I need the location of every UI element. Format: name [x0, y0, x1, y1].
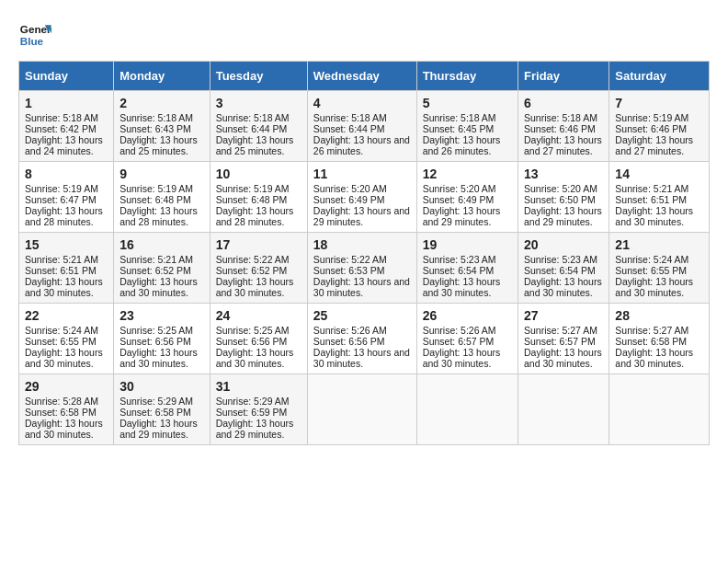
daylight: Daylight: 13 hours and 30 minutes. — [25, 276, 103, 298]
daylight: Daylight: 13 hours and 30 minutes. — [119, 347, 198, 369]
sunrise: Sunrise: 5:26 AM — [313, 325, 387, 336]
column-header-friday: Friday — [518, 62, 609, 91]
day-number: 27 — [524, 308, 603, 323]
sunset: Sunset: 6:54 PM — [423, 265, 495, 276]
calendar-cell: 31Sunrise: 5:29 AMSunset: 6:59 PMDayligh… — [210, 374, 307, 445]
daylight: Daylight: 13 hours and 30 minutes. — [25, 418, 103, 440]
sunset: Sunset: 6:57 PM — [524, 336, 596, 347]
sunset: Sunset: 6:58 PM — [615, 336, 687, 347]
day-number: 6 — [524, 96, 603, 110]
calendar-cell: 20Sunrise: 5:23 AMSunset: 6:54 PMDayligh… — [518, 233, 609, 304]
daylight: Daylight: 13 hours and 30 minutes. — [119, 276, 198, 298]
calendar-table: SundayMondayTuesdayWednesdayThursdayFrid… — [18, 61, 710, 445]
calendar-week-row: 8Sunrise: 5:19 AMSunset: 6:47 PMDaylight… — [19, 162, 710, 233]
column-header-wednesday: Wednesday — [307, 62, 416, 91]
sunrise: Sunrise: 5:20 AM — [524, 183, 597, 194]
sunset: Sunset: 6:51 PM — [25, 265, 97, 276]
sunrise: Sunrise: 5:18 AM — [216, 112, 290, 123]
calendar-cell — [307, 374, 416, 445]
calendar-week-row: 22Sunrise: 5:24 AMSunset: 6:55 PMDayligh… — [19, 304, 710, 374]
sunrise: Sunrise: 5:19 AM — [615, 112, 688, 123]
daylight: Daylight: 13 hours and 29 minutes. — [313, 205, 410, 227]
daylight: Daylight: 13 hours and 30 minutes. — [423, 276, 501, 298]
calendar-cell: 24Sunrise: 5:25 AMSunset: 6:56 PMDayligh… — [210, 304, 307, 374]
daylight: Daylight: 13 hours and 24 minutes. — [25, 134, 103, 156]
column-header-saturday: Saturday — [609, 62, 710, 91]
sunrise: Sunrise: 5:28 AM — [25, 396, 98, 407]
day-number: 12 — [423, 167, 512, 181]
daylight: Daylight: 13 hours and 30 minutes. — [615, 347, 693, 369]
sunset: Sunset: 6:56 PM — [313, 336, 385, 347]
calendar-cell: 14Sunrise: 5:21 AMSunset: 6:51 PMDayligh… — [609, 162, 710, 233]
daylight: Daylight: 13 hours and 28 minutes. — [25, 205, 103, 227]
day-number: 10 — [216, 167, 301, 181]
sunset: Sunset: 6:47 PM — [25, 194, 97, 205]
sunrise: Sunrise: 5:20 AM — [423, 183, 496, 194]
sunset: Sunset: 6:52 PM — [216, 265, 288, 276]
day-number: 1 — [25, 96, 108, 110]
logo-icon: General Blue — [18, 18, 51, 52]
sunrise: Sunrise: 5:19 AM — [25, 183, 98, 194]
sunset: Sunset: 6:48 PM — [216, 194, 288, 205]
calendar-cell: 23Sunrise: 5:25 AMSunset: 6:56 PMDayligh… — [114, 304, 210, 374]
sunrise: Sunrise: 5:26 AM — [423, 325, 496, 336]
calendar-cell: 25Sunrise: 5:26 AMSunset: 6:56 PMDayligh… — [307, 304, 416, 374]
sunset: Sunset: 6:58 PM — [119, 407, 191, 418]
sunrise: Sunrise: 5:23 AM — [524, 254, 597, 265]
sunset: Sunset: 6:46 PM — [615, 123, 687, 134]
daylight: Daylight: 13 hours and 29 minutes. — [216, 418, 294, 440]
day-number: 15 — [25, 237, 108, 252]
day-number: 8 — [25, 167, 108, 181]
sunrise: Sunrise: 5:18 AM — [119, 112, 193, 123]
daylight: Daylight: 13 hours and 27 minutes. — [524, 134, 602, 156]
calendar-cell — [609, 374, 710, 445]
day-number: 24 — [216, 308, 301, 323]
sunrise: Sunrise: 5:27 AM — [524, 325, 597, 336]
column-header-monday: Monday — [114, 62, 210, 91]
sunset: Sunset: 6:42 PM — [25, 123, 97, 134]
day-number: 2 — [119, 96, 204, 110]
day-number: 30 — [119, 379, 204, 394]
daylight: Daylight: 13 hours and 26 minutes. — [313, 134, 410, 156]
day-number: 14 — [615, 167, 703, 181]
sunset: Sunset: 6:54 PM — [524, 265, 596, 276]
calendar-cell: 28Sunrise: 5:27 AMSunset: 6:58 PMDayligh… — [609, 304, 710, 374]
calendar-cell: 27Sunrise: 5:27 AMSunset: 6:57 PMDayligh… — [518, 304, 609, 374]
day-number: 17 — [216, 237, 301, 252]
day-number: 13 — [524, 167, 603, 181]
sunset: Sunset: 6:55 PM — [25, 336, 97, 347]
calendar-cell: 4Sunrise: 5:18 AMSunset: 6:44 PMDaylight… — [307, 91, 416, 162]
sunrise: Sunrise: 5:18 AM — [313, 112, 387, 123]
sunset: Sunset: 6:46 PM — [524, 123, 596, 134]
daylight: Daylight: 13 hours and 29 minutes. — [524, 205, 602, 227]
calendar-cell: 5Sunrise: 5:18 AMSunset: 6:45 PMDaylight… — [416, 91, 518, 162]
calendar-cell — [416, 374, 518, 445]
sunset: Sunset: 6:53 PM — [313, 265, 385, 276]
column-headers: SundayMondayTuesdayWednesdayThursdayFrid… — [19, 62, 710, 91]
calendar-cell: 19Sunrise: 5:23 AMSunset: 6:54 PMDayligh… — [416, 233, 518, 304]
sunrise: Sunrise: 5:18 AM — [25, 112, 98, 123]
daylight: Daylight: 13 hours and 25 minutes. — [119, 134, 198, 156]
day-number: 11 — [313, 167, 411, 181]
day-number: 4 — [313, 96, 411, 110]
column-header-thursday: Thursday — [416, 62, 518, 91]
daylight: Daylight: 13 hours and 25 minutes. — [216, 134, 294, 156]
sunrise: Sunrise: 5:21 AM — [119, 254, 193, 265]
svg-text:General: General — [20, 23, 51, 35]
daylight: Daylight: 13 hours and 30 minutes. — [615, 276, 693, 298]
column-header-sunday: Sunday — [19, 62, 114, 91]
sunrise: Sunrise: 5:25 AM — [119, 325, 193, 336]
calendar-cell — [518, 374, 609, 445]
daylight: Daylight: 13 hours and 28 minutes. — [119, 205, 198, 227]
sunset: Sunset: 6:57 PM — [423, 336, 495, 347]
sunrise: Sunrise: 5:18 AM — [524, 112, 597, 123]
sunrise: Sunrise: 5:21 AM — [25, 254, 98, 265]
sunset: Sunset: 6:44 PM — [313, 123, 385, 134]
calendar-week-row: 1Sunrise: 5:18 AMSunset: 6:42 PMDaylight… — [19, 91, 710, 162]
daylight: Daylight: 13 hours and 30 minutes. — [313, 347, 410, 369]
day-number: 29 — [25, 379, 108, 394]
day-number: 5 — [423, 96, 512, 110]
day-number: 20 — [524, 237, 603, 252]
calendar-cell: 22Sunrise: 5:24 AMSunset: 6:55 PMDayligh… — [19, 304, 114, 374]
sunrise: Sunrise: 5:23 AM — [423, 254, 496, 265]
